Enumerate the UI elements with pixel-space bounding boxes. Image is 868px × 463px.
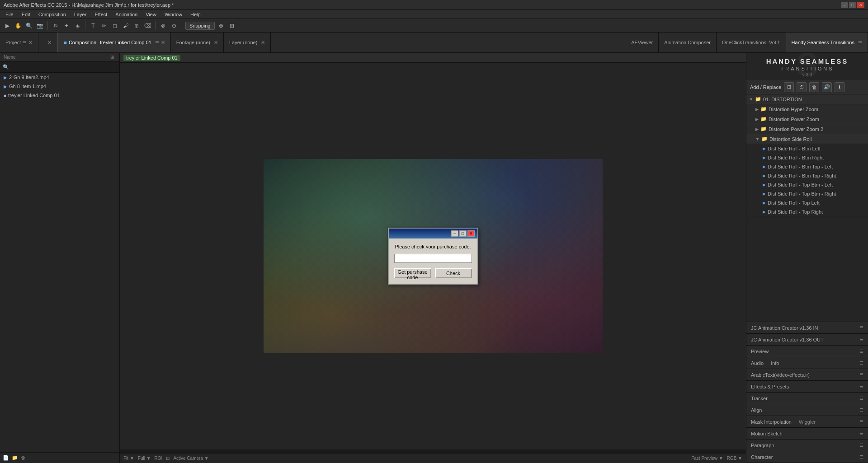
tool-clone[interactable]: ⊕ <box>132 21 141 30</box>
tool-brush[interactable]: 🖌 <box>121 21 130 30</box>
project-menu-icon[interactable]: ☰ <box>23 40 27 45</box>
menu-file[interactable]: File <box>2 11 17 18</box>
project-item-1[interactable]: ▶ Gh 8 Item 1.mp4 <box>0 82 119 91</box>
align-menu-icon[interactable]: ☰ <box>859 407 863 412</box>
close-button[interactable]: ✕ <box>857 2 864 8</box>
panel-effects-presets[interactable]: Effects & Presets ☰ <box>746 381 868 393</box>
tree-item-btm-top-right[interactable]: ▶ Dist Side Roll - Btm Top - Right <box>746 171 868 180</box>
maximize-button[interactable]: □ <box>849 2 856 8</box>
hst-info-button[interactable]: ℹ <box>835 82 844 92</box>
hst-audio-button[interactable]: 🔊 <box>822 82 832 92</box>
tool-shape[interactable]: ◻ <box>110 21 119 30</box>
panel-tab-footage[interactable]: Footage (none) ✕ <box>171 33 224 52</box>
hst-clock-button[interactable]: ⏱ <box>797 82 807 92</box>
hst-menu-icon[interactable]: ☰ <box>858 40 862 45</box>
panel-character[interactable]: Character ☰ <box>746 451 868 463</box>
hst-grid-button[interactable]: ⊞ <box>784 82 794 92</box>
channels-btn[interactable]: RGB ▼ <box>727 456 742 461</box>
dialog-maximize-button[interactable]: □ <box>459 230 467 237</box>
new-folder-icon[interactable]: 📁 <box>12 455 18 461</box>
search-input[interactable] <box>11 65 117 70</box>
panel-tab-oneclicktransitions[interactable]: OneClickTransitions_Vol.1 <box>717 33 786 52</box>
panel-tab-layer[interactable]: Layer (none) ✕ <box>224 33 271 52</box>
panel-tab-hst[interactable]: Handy Seamless Transitions ☰ <box>786 33 868 52</box>
panel-audio-info[interactable]: Audio Info ☰ <box>746 357 868 369</box>
project-item-2[interactable]: ■ treyler Linked Comp 01 <box>0 91 119 100</box>
dialog-close-button[interactable]: ✕ <box>467 230 475 237</box>
tool-text[interactable]: T <box>89 21 98 30</box>
comp-menu-icon[interactable]: ☰ <box>155 40 159 45</box>
tool-rotate[interactable]: ↻ <box>51 21 60 30</box>
panel-align[interactable]: Align ☰ <box>746 404 868 416</box>
panel-tab-animation-composer[interactable]: Animation Composer <box>659 33 717 52</box>
magnification-selector[interactable]: Fit ▼ <box>123 456 134 461</box>
tree-item-top-right[interactable]: ▶ Dist Side Roll - Top Right <box>746 207 868 216</box>
tool-roto[interactable]: ⊗ <box>159 21 168 30</box>
panel-tracker[interactable]: Tracker ☰ <box>746 393 868 404</box>
delete-icon[interactable]: 🗑 <box>21 455 26 461</box>
jc-in-menu-icon[interactable]: ☰ <box>859 325 863 330</box>
mask-interp-menu-icon[interactable]: ☰ <box>859 419 863 424</box>
project-close-icon[interactable]: ✕ <box>28 40 33 46</box>
minimize-button[interactable]: – <box>841 2 848 8</box>
panel-jc-in[interactable]: JC Animation Creator v1.36 IN ☰ <box>746 322 868 334</box>
comp-close-icon[interactable]: ✕ <box>161 40 165 46</box>
arabictext-menu-icon[interactable]: ☰ <box>859 372 863 377</box>
get-purchase-code-button[interactable]: Get purshase code <box>394 268 431 278</box>
check-button[interactable]: Check <box>435 268 472 278</box>
preview-quality[interactable]: Fast Preview ▼ <box>691 456 723 461</box>
panel-tab-composition[interactable]: ■ Composition treyler Linked Comp 01 ☰ ✕ <box>57 33 171 52</box>
tree-item-btm-top-left[interactable]: ▶ Dist Side Roll - Btm Top - Left <box>746 162 868 171</box>
menu-animation[interactable]: Animation <box>112 11 141 18</box>
dialog-minimize-button[interactable]: – <box>451 230 458 237</box>
panel-tab-effect-controls[interactable]: ✕ <box>38 33 57 52</box>
tree-item-btm-right[interactable]: ▶ Dist Side Roll - Btm Right <box>746 153 868 162</box>
tool-zoom[interactable]: 🔍 <box>24 21 33 30</box>
folder-hyper-zoom-header[interactable]: ▶ 📁 Distortion Hyper Zoom <box>746 104 868 114</box>
tool-eraser[interactable]: ⌫ <box>143 21 152 30</box>
menu-view[interactable]: View <box>142 11 160 18</box>
tracker-menu-icon[interactable]: ☰ <box>859 396 863 401</box>
purchase-code-input[interactable] <box>394 254 472 263</box>
menu-help[interactable]: Help <box>187 11 204 18</box>
tool-pan[interactable]: ✦ <box>62 21 71 30</box>
folder-side-roll-header[interactable]: ▼ 📁 Distortion Side Roll <box>746 134 868 144</box>
panel-motion-sketch[interactable]: Motion Sketch ☰ <box>746 428 868 440</box>
jc-out-menu-icon[interactable]: ☰ <box>859 337 863 342</box>
effects-presets-menu-icon[interactable]: ☰ <box>859 384 863 389</box>
tree-item-top-left[interactable]: ▶ Dist Side Roll - Top Left <box>746 198 868 207</box>
new-item-icon[interactable]: 📄 <box>3 455 9 461</box>
roi-button[interactable]: ROI <box>155 456 163 461</box>
tree-item-top-btm-right[interactable]: ▶ Dist Side Roll - Top Btm - Right <box>746 189 868 198</box>
audio-menu-icon[interactable]: ☰ <box>859 360 863 365</box>
menu-window[interactable]: Window <box>161 11 186 18</box>
menu-effect[interactable]: Effect <box>91 11 111 18</box>
grid-icon[interactable]: ⊞ <box>227 21 236 30</box>
paragraph-menu-icon[interactable]: ☰ <box>859 443 863 448</box>
menu-edit[interactable]: Edit <box>18 11 34 18</box>
panel-tab-aev[interactable]: AEViewer <box>626 33 659 52</box>
panel-preview[interactable]: Preview ☰ <box>746 346 868 357</box>
resolution-selector[interactable]: Full ▼ <box>138 456 151 461</box>
tree-item-btm-left[interactable]: ▶ Dist Side Roll - Btm Left <box>746 144 868 153</box>
hst-delete-button[interactable]: 🗑 <box>809 82 819 92</box>
folder-power-zoom-header[interactable]: ▶ 📁 Distortion Power Zoom <box>746 114 868 124</box>
layer-close-icon[interactable]: ✕ <box>261 40 265 46</box>
magnet-icon[interactable]: ⊛ <box>217 21 226 30</box>
panel-tab-project[interactable]: Project ☰ ✕ <box>0 33 38 52</box>
tool-selection[interactable]: ▶ <box>3 21 12 30</box>
footage-close-icon[interactable]: ✕ <box>214 40 218 46</box>
snapping-button[interactable]: Snapping <box>185 22 215 30</box>
panel-mask-interp[interactable]: Mask Interpolation Wiggler ☰ <box>746 416 868 428</box>
panel-paragraph[interactable]: Paragraph ☰ <box>746 440 868 451</box>
tool-hand[interactable]: ✋ <box>14 21 23 30</box>
tool-camera[interactable]: 📷 <box>35 21 44 30</box>
menu-composition[interactable]: Composition <box>35 11 70 18</box>
menu-layer[interactable]: Layer <box>71 11 90 18</box>
panel-jc-out[interactable]: JC Animation Creator v1.36 OUT ☰ <box>746 334 868 346</box>
tool-pen[interactable]: ✏ <box>99 21 108 30</box>
motion-sketch-menu-icon[interactable]: ☰ <box>859 431 863 436</box>
project-item-0[interactable]: ▶ 2-Gh 9 Item2.mp4 <box>0 73 119 82</box>
transparency-btn[interactable]: ⊡ <box>166 456 170 461</box>
active-camera-btn[interactable]: Active Camera ▼ <box>173 456 208 461</box>
